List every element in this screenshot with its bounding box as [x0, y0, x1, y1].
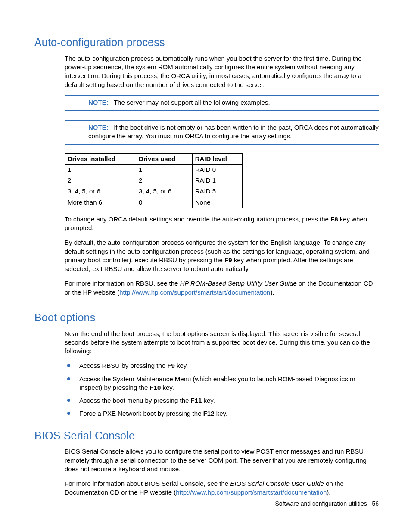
th-raid-level: RAID level [192, 153, 242, 164]
guide-title: HP ROM-Based Setup Utility User Guide [180, 280, 297, 287]
page-number: 56 [372, 500, 379, 507]
text: Access RBSU by pressing the [79, 362, 167, 369]
note-label: NOTE: [88, 124, 109, 131]
heading-boot-options: Boot options [34, 311, 379, 325]
note-text: If the boot drive is not empty or has be… [88, 124, 379, 140]
text: To change any ORCA default settings and … [65, 215, 330, 223]
cell: RAID 1 [192, 175, 242, 186]
note-text: The server may not support all the follo… [114, 99, 270, 106]
cell: 1 [65, 164, 136, 175]
th-drives-used: Drives used [136, 153, 193, 164]
note-label: NOTE: [88, 99, 109, 106]
table-row: 3, 4, 5, or 6 3, 4, 5, or 6 RAID 5 [65, 186, 243, 197]
text: ). [327, 488, 330, 496]
list-item: Access RBSU by pressing the F9 key. [65, 361, 379, 374]
raid-table: Drives installed Drives used RAID level … [65, 153, 243, 208]
guide-title: BIOS Serial Console User Guide [230, 480, 324, 487]
boot-options-list: Access RBSU by pressing the F9 key. Acce… [65, 361, 379, 422]
cell: 2 [65, 175, 136, 186]
page: Auto-configuration process The auto-conf… [0, 0, 411, 532]
para: The auto-configuration process automatic… [65, 54, 379, 89]
page-footer: Software and configuration utilities 56 [275, 500, 379, 508]
text: key. [202, 397, 215, 404]
table-row: More than 6 0 None [65, 197, 243, 208]
key-f11: F11 [190, 397, 202, 404]
key-f9: F9 [224, 256, 232, 264]
para: BIOS Serial Console allows you to config… [65, 447, 379, 473]
cell: 2 [136, 175, 193, 186]
section2-body: Near the end of the boot process, the bo… [65, 330, 379, 356]
para: For more information on RBSU, see the HP… [65, 279, 379, 297]
cell: RAID 0 [192, 164, 242, 175]
para: For more information about BIOS Serial C… [65, 479, 379, 497]
text: Access the boot menu by pressing the [79, 397, 190, 404]
text: For more information on RBSU, see the [65, 280, 180, 287]
section1-body: The auto-configuration process automatic… [65, 54, 379, 89]
para: Near the end of the boot process, the bo… [65, 330, 379, 356]
text: ). [270, 289, 274, 296]
list-item: Force a PXE Network boot by pressing the… [65, 409, 379, 422]
table-row: 2 2 RAID 1 [65, 175, 243, 186]
footer-text: Software and configuration utilities [275, 500, 367, 507]
note-box-1: NOTE: The server may not support all the… [65, 95, 379, 111]
hp-doc-link-2[interactable]: http://www.hp.com/support/smartstart/doc… [176, 488, 327, 496]
text: key. [161, 384, 174, 391]
text: Access the System Maintenance Menu (whic… [79, 375, 355, 391]
para: To change any ORCA default settings and … [65, 215, 379, 233]
heading-bios-serial-console: BIOS Serial Console [34, 429, 379, 443]
section3-body: BIOS Serial Console allows you to config… [65, 447, 379, 497]
key-f9: F9 [167, 362, 175, 369]
cell: 0 [136, 197, 193, 208]
list-item: Access the System Maintenance Menu (whic… [65, 375, 379, 397]
list-item: Access the boot menu by pressing the F11… [65, 396, 379, 409]
cell: More than 6 [65, 197, 136, 208]
text: Force a PXE Network boot by pressing the [79, 410, 203, 417]
cell: None [192, 197, 242, 208]
section1-body2: To change any ORCA default settings and … [65, 215, 379, 297]
cell: 3, 4, 5, or 6 [65, 186, 136, 197]
key-f8: F8 [330, 215, 338, 223]
text: key. [175, 362, 188, 369]
cell: 3, 4, 5, or 6 [136, 186, 193, 197]
text: For more information about BIOS Serial C… [65, 480, 230, 487]
note-text [110, 99, 114, 106]
text: key. [215, 410, 228, 417]
note-box-2: NOTE: If the boot drive is not empty or … [65, 120, 379, 145]
heading-auto-configuration: Auto-configuration process [34, 35, 379, 50]
note-text [110, 124, 114, 131]
th-drives-installed: Drives installed [65, 153, 136, 164]
key-f12: F12 [203, 410, 215, 417]
cell: 1 [136, 164, 193, 175]
cell: RAID 5 [192, 186, 242, 197]
key-f10: F10 [149, 384, 161, 391]
hp-doc-link[interactable]: http://www.hp.com/support/smartstart/doc… [119, 289, 270, 296]
table-header-row: Drives installed Drives used RAID level [65, 153, 243, 164]
table-row: 1 1 RAID 0 [65, 164, 243, 175]
para: By default, the auto-configuration proce… [65, 238, 379, 273]
